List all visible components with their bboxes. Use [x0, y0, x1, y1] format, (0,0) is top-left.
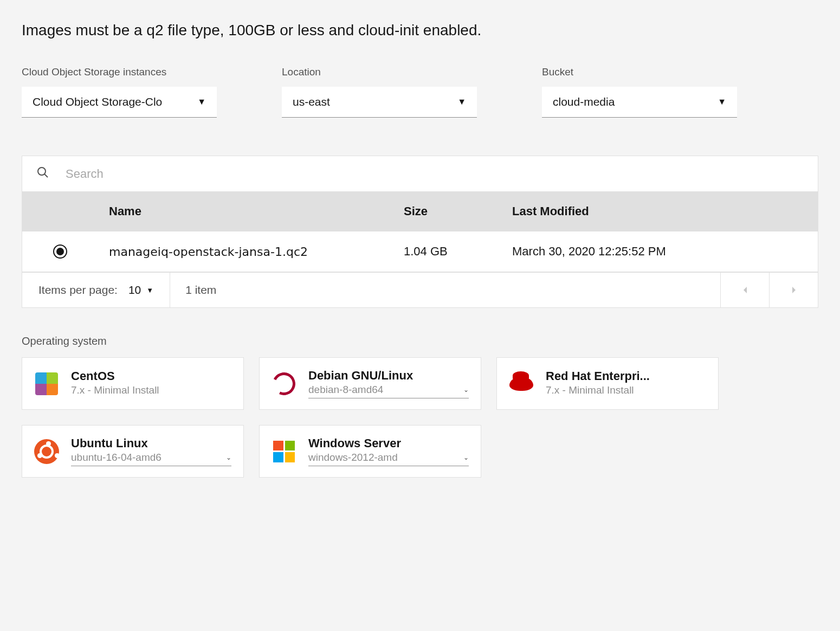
os-version: 7.x - Minimal Install — [71, 384, 231, 396]
selectors-row: Cloud Object Storage instances Cloud Obj… — [22, 66, 818, 118]
pagination: Items per page: 10 ▼ 1 item — [22, 272, 818, 307]
search-icon — [36, 166, 49, 182]
os-version-select[interactable]: debian-8-amd64 ⌄ — [308, 384, 469, 398]
svg-marker-2 — [744, 287, 747, 293]
col-modified: Last Modified — [512, 204, 818, 218]
chevron-down-icon: ⌄ — [463, 454, 469, 461]
table-row[interactable]: manageiq-openstack-jansa-1.qc2 1.04 GB M… — [22, 231, 818, 272]
col-size: Size — [404, 204, 512, 218]
bucket-dropdown[interactable]: cloud-media ▼ — [542, 87, 737, 118]
row-radio[interactable] — [53, 244, 67, 259]
bucket-selector-group: Bucket cloud-media ▼ — [542, 66, 737, 118]
row-name: manageiq-openstack-jansa-1.qc2 — [98, 245, 404, 259]
row-modified: March 30, 2020 12:25:52 PM — [512, 244, 818, 259]
os-version-select: 7.x - Minimal Install — [71, 384, 231, 398]
chevron-down-icon: ▼ — [197, 97, 206, 107]
chevron-down-icon: ▼ — [457, 97, 466, 107]
cos-selector-group: Cloud Object Storage instances Cloud Obj… — [22, 66, 217, 118]
next-page-button[interactable] — [769, 273, 818, 307]
os-version: debian-8-amd64 — [308, 384, 458, 396]
prev-page-button[interactable] — [720, 273, 769, 307]
svg-line-1 — [44, 174, 48, 177]
os-version-select[interactable]: windows-2012-amd ⌄ — [308, 452, 469, 466]
centos-icon — [34, 371, 59, 396]
ubuntu-icon — [34, 439, 59, 464]
svg-point-0 — [38, 168, 46, 175]
location-selector-group: Location us-east ▼ — [282, 66, 477, 118]
search-row — [22, 156, 818, 191]
chevron-down-icon: ▼ — [718, 97, 726, 107]
image-table: Name Size Last Modified manageiq-opensta… — [22, 156, 818, 308]
cos-dropdown[interactable]: Cloud Object Storage-Clo ▼ — [22, 87, 217, 118]
operating-system-label: Operating system — [22, 335, 818, 347]
os-version-select: 7.x - Minimal Install — [546, 384, 706, 398]
operating-system-grid: CentOS 7.x - Minimal Install Debian GNU/… — [22, 357, 818, 478]
os-name: CentOS — [71, 369, 231, 383]
os-card-ubuntu[interactable]: Ubuntu Linux ubuntu-16-04-amd6 ⌄ — [22, 425, 244, 478]
search-input[interactable] — [66, 167, 804, 181]
windows-icon — [272, 439, 296, 464]
pager-summary: 1 item — [170, 273, 720, 307]
chevron-down-icon: ▼ — [146, 286, 153, 294]
location-dropdown[interactable]: us-east ▼ — [282, 87, 477, 118]
col-name: Name — [98, 204, 404, 218]
intro-text: Images must be a q2 file type, 100GB or … — [22, 22, 818, 39]
chevron-down-icon: ⌄ — [226, 454, 231, 461]
os-name: Debian GNU/Linux — [308, 369, 469, 383]
os-version: ubuntu-16-04-amd6 — [71, 452, 221, 463]
os-version: 7.x - Minimal Install — [546, 384, 706, 396]
os-card-debian[interactable]: Debian GNU/Linux debian-8-amd64 ⌄ — [259, 357, 481, 410]
bucket-value: cloud-media — [553, 95, 615, 108]
cos-value: Cloud Object Storage-Clo — [33, 95, 162, 108]
chevron-down-icon: ⌄ — [463, 386, 469, 394]
location-value: us-east — [293, 95, 330, 108]
cos-label: Cloud Object Storage instances — [22, 66, 217, 78]
items-per-page-select[interactable]: 10 ▼ — [128, 284, 153, 297]
bucket-label: Bucket — [542, 66, 737, 78]
os-card-redhat[interactable]: Red Hat Enterpri... 7.x - Minimal Instal… — [496, 357, 719, 410]
row-size: 1.04 GB — [404, 244, 512, 259]
os-name: Ubuntu Linux — [71, 436, 231, 450]
os-card-centos[interactable]: CentOS 7.x - Minimal Install — [22, 357, 244, 410]
table-header: Name Size Last Modified — [22, 191, 818, 231]
items-per-page-label: Items per page: — [38, 284, 118, 297]
svg-marker-3 — [792, 287, 796, 293]
os-card-windows[interactable]: Windows Server windows-2012-amd ⌄ — [259, 425, 481, 478]
os-name: Red Hat Enterpri... — [546, 369, 706, 383]
items-per-page-value: 10 — [128, 284, 141, 297]
os-name: Windows Server — [308, 436, 469, 450]
location-label: Location — [282, 66, 477, 78]
redhat-icon — [509, 371, 534, 396]
os-version: windows-2012-amd — [308, 452, 458, 463]
os-version-select[interactable]: ubuntu-16-04-amd6 ⌄ — [71, 452, 231, 466]
debian-icon — [272, 371, 296, 396]
